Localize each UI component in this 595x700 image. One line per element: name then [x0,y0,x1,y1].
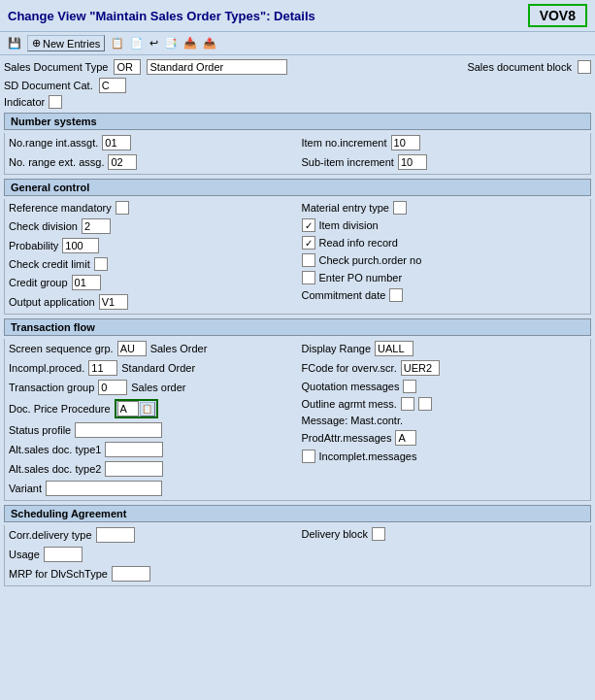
number-systems-header: Number systems [4,113,591,130]
prod-attr-input[interactable] [395,430,416,446]
alt-sales-1-label: Alt.sales doc. type1 [9,444,101,455]
outline-checkbox-2[interactable] [418,397,432,411]
outline-checkbox-1[interactable] [401,397,414,411]
doc-price-picker-button[interactable]: 📋 [140,402,155,417]
alt-sales-1-row: Alt.sales doc. type1 [9,442,294,457]
material-entry-checkbox[interactable] [393,201,407,215]
toolbar-icon-save: 💾 [8,37,21,50]
no-range-int-row: No.range int.assgt. [9,135,294,150]
no-range-int-input[interactable] [102,135,131,150]
fcode-input[interactable] [401,360,440,376]
check-division-input[interactable] [82,218,111,234]
outline-row: Outline agrmt mess. [302,397,587,411]
item-no-inc-row: Item no.increment [302,135,587,150]
enter-po-checkbox[interactable] [302,271,315,284]
alt-sales-2-input[interactable] [105,461,163,477]
toolbar-icon-4[interactable]: 📤 [203,37,216,50]
alt-sales-2-label: Alt.sales doc. type2 [9,463,101,475]
sales-doc-type-input[interactable] [114,59,141,75]
toolbar-icon-3[interactable]: 📥 [183,37,197,50]
material-entry-label: Material entry type [302,202,389,214]
incomplet-msg-checkbox[interactable] [302,450,315,463]
toolbar-icon-undo[interactable]: ↩ [149,37,158,50]
scheduling-body: Corr.delivery type Usage MRP for DlvSchT… [4,525,591,586]
mrp-row: MRP for DlvSchType [9,566,294,582]
commitment-label: Commitment date [302,289,386,301]
corr-delivery-input[interactable] [96,527,135,543]
incompl-proced-label: Incompl.proced. [9,362,84,374]
sub-item-inc-row: Sub-item increment [302,154,587,170]
usage-input[interactable] [44,547,83,562]
ref-mandatory-row: Reference mandatory [9,201,294,215]
sd-doc-cat-input[interactable] [99,78,126,93]
alt-sales-2-row: Alt.sales doc. type2 [9,461,294,477]
credit-group-row: Credit group [9,275,294,290]
quotation-checkbox[interactable] [403,380,416,393]
sd-doc-cat-row: SD Document Cat. [4,78,591,93]
item-division-row: Item division [302,218,587,232]
usage-label: Usage [9,549,40,560]
general-control-header: General control [4,179,591,196]
mrp-input[interactable] [112,566,150,582]
vov8-badge: VOV8 [528,4,587,27]
status-profile-row: Status profile [9,422,294,438]
sub-item-inc-input[interactable] [398,154,427,170]
doc-price-input[interactable] [117,401,139,417]
alt-sales-1-input[interactable] [105,442,163,457]
variant-label: Variant [9,483,42,494]
item-no-inc-label: Item no.increment [302,137,387,149]
commitment-checkbox[interactable] [389,288,403,302]
delivery-block-checkbox[interactable] [372,527,385,541]
sales-doc-type-name-input[interactable] [147,59,287,75]
variant-input[interactable] [46,481,162,496]
fcode-label: FCode for overv.scr. [302,362,397,374]
trans-group-name: Sales order [131,382,185,393]
page-title: Change View "Maintain Sales Order Types"… [8,9,315,23]
sales-doc-block-label: Sales document block [467,61,572,73]
item-division-checkbox[interactable] [302,218,315,232]
mrp-label: MRP for DlvSchType [9,568,108,580]
output-app-input[interactable] [99,294,128,310]
sub-item-inc-label: Sub-item increment [302,156,394,168]
doc-price-row: Doc. Price Procedure 📋 [9,399,294,418]
new-entries-button[interactable]: ⊕ New Entries [27,35,105,51]
check-purch-label: Check purch.order no [319,254,422,266]
toolbar-icon-copy[interactable]: 📋 [111,37,124,50]
check-credit-row: Check credit limit [9,257,294,271]
screen-seq-input[interactable] [117,341,147,356]
delivery-block-label: Delivery block [302,528,368,540]
toolbar-icon-2[interactable]: 📑 [164,37,178,50]
toolbar-icon-1[interactable]: 📄 [130,37,144,50]
indicator-label: Indicator [4,96,45,108]
trans-group-input[interactable] [98,380,127,395]
check-purch-row: Check purch.order no [302,253,587,267]
check-purch-checkbox[interactable] [302,253,315,267]
indicator-checkbox[interactable] [49,95,62,109]
title-bar: Change View "Maintain Sales Order Types"… [0,0,595,32]
ref-mandatory-checkbox[interactable] [116,201,129,215]
sd-doc-cat-label: SD Document Cat. [4,80,93,91]
read-info-checkbox[interactable] [302,236,315,250]
prod-attr-label: ProdAttr.messages [302,432,392,444]
incompl-proced-input[interactable] [88,360,117,376]
item-no-inc-input[interactable] [391,135,420,150]
check-division-row: Check division [9,218,294,234]
sales-doc-block-checkbox[interactable] [578,60,591,74]
screen-seq-name: Sales Order [150,343,208,354]
trans-group-row: Transaction group Sales order [9,380,294,395]
status-profile-label: Status profile [9,424,71,436]
quotation-label: Quotation messages [302,381,400,392]
no-range-ext-input[interactable] [108,154,137,170]
status-profile-input[interactable] [75,422,162,438]
doc-price-highlight: 📋 [115,399,158,418]
enter-po-label: Enter PO number [319,272,403,283]
check-credit-checkbox[interactable] [94,257,108,271]
sales-doc-type-label: Sales Document Type [4,61,108,73]
display-range-input[interactable] [375,341,413,356]
read-info-row: Read info record [302,236,587,250]
probability-input[interactable] [62,238,99,253]
screen-seq-label: Screen sequence grp. [9,343,114,354]
credit-group-input[interactable] [72,275,101,290]
display-range-label: Display Range [302,343,372,354]
message-mast-label: Message: Mast.contr. [302,415,404,426]
